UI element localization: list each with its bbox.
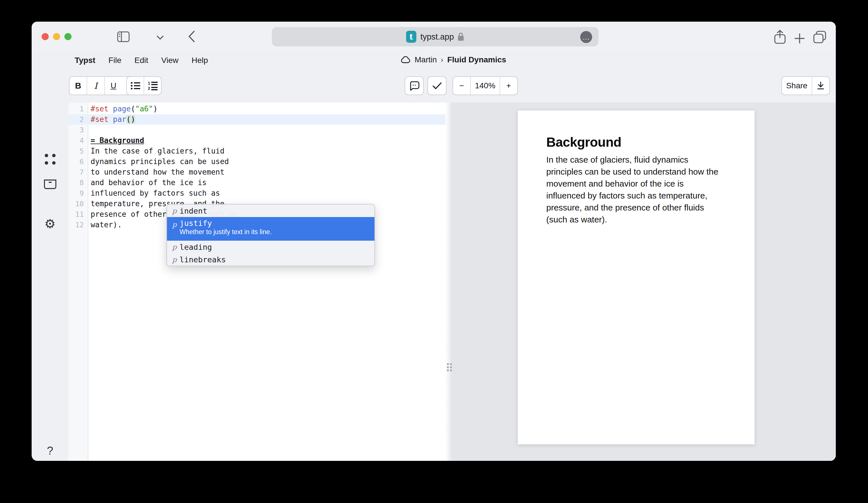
code-token [108,115,113,124]
code-line[interactable]: 4= Background [69,135,445,146]
minimize-window-button[interactable] [53,33,60,40]
fullscreen-window-button[interactable] [64,33,72,40]
code-line[interactable]: 9influenced by factors such as [69,188,445,199]
cloud-icon [400,56,411,63]
autocomplete-item[interactable]: pleading [167,241,374,253]
help-button[interactable]: ? [32,444,69,457]
app-menu-bar: Typst File Edit View Help [75,56,208,65]
autocomplete-label: linebreaks [179,255,226,264]
share-button-group: Share [781,76,830,95]
code-editor[interactable]: 1#set page("a6")2#set par()34= Backgroun… [88,103,445,461]
zoom-level-value[interactable]: 140% [471,77,500,95]
comments-button[interactable] [405,76,424,95]
breadcrumb-document-title[interactable]: Fluid Dynamics [447,55,506,64]
italic-button[interactable]: I [87,77,105,95]
breadcrumb: Martin › Fluid Dynamics [400,55,506,64]
line-number: 5 [69,146,84,156]
line-number: 6 [69,156,84,167]
back-button[interactable] [188,30,195,43]
line-number: 8 [69,177,84,188]
line-text: #set par() [84,114,135,125]
zoom-control-group: − 140% + [453,76,518,95]
drag-handle-icon [447,363,452,371]
settings-button[interactable]: ⚙ [32,218,69,230]
code-token: and behavior of the ice is [91,178,207,187]
parameter-kind-icon: p [169,220,179,229]
new-tab-icon[interactable] [794,33,805,44]
code-token: = Background [91,136,144,145]
line-number: 12 [69,220,84,230]
code-line[interactable]: 6dynamics principles can be used [69,156,445,167]
menu-file[interactable]: File [108,56,121,65]
line-text: and behavior of the ice is [84,177,207,188]
menu-view[interactable]: View [161,56,178,65]
code-line[interactable]: 3 [69,125,445,135]
code-token: ) [153,105,158,113]
autocomplete-item[interactable]: plinebreaks [167,253,374,266]
pane-resize-handle[interactable] [445,103,452,461]
preview-paragraph: In the case of glaciers, fluid dynamicsp… [546,154,726,226]
sidebar-toggle-icon[interactable] [117,31,130,42]
workspace: ⚙ ? typst 1#set page("a6")2#set par()34=… [32,103,836,461]
line-text: = Background [84,135,144,146]
chevron-down-icon[interactable] [156,35,164,40]
line-text [84,125,91,135]
zoom-out-button[interactable]: − [453,77,471,95]
parameter-kind-icon: p [169,207,179,215]
browser-window: t typst.app … [32,22,836,461]
left-sidebar-rail: ⚙ ? typst [32,91,69,461]
question-mark-icon: ? [47,444,53,457]
code-token: () [126,115,135,124]
autocomplete-label: indent [179,207,207,215]
code-line[interactable]: 5In the case of glaciers, fluid [69,146,445,156]
preview-paragraph-line: influenced by factors such as temperatur… [546,190,726,202]
code-token: par [113,115,126,124]
compile-status-button[interactable] [427,76,446,95]
code-line[interactable]: 1#set page("a6") [69,104,445,114]
line-number: 2 [69,114,84,125]
autocomplete-item-selected[interactable]: pjustifyWhether to justify text in its l… [167,217,374,241]
code-line[interactable]: 8and behavior of the ice is [69,177,445,188]
underline-button[interactable]: U [105,77,122,95]
bullet-list-button[interactable] [127,77,144,95]
address-bar[interactable]: t typst.app … [272,27,598,46]
numbered-list-icon: 1 2 [148,81,158,90]
close-window-button[interactable] [42,33,49,40]
zoom-in-button[interactable]: + [500,77,517,95]
code-token [108,105,113,113]
gear-icon: ⚙ [44,218,55,230]
checkmark-icon [432,82,442,90]
line-text: to understand how the movement [84,167,225,177]
line-text: #set page("a6") [84,104,158,114]
template-panel-icon[interactable] [32,179,69,189]
menu-edit[interactable]: Edit [134,56,148,65]
parameter-kind-icon: p [169,243,179,251]
code-line[interactable]: 2#set par() [69,114,445,125]
code-token: to understand how the movement [91,168,225,176]
screenshot-stage: t typst.app … [0,0,868,503]
code-token: In the case of glaciers, fluid [91,147,225,155]
bold-button[interactable]: B [70,77,87,95]
line-number: 9 [69,188,84,199]
autocomplete-item[interactable]: pindent [167,205,374,217]
comment-icon [409,81,420,91]
share-page-icon[interactable] [774,30,786,44]
autocomplete-popup: pindentpjustifyWhether to justify text i… [166,204,375,266]
share-button[interactable]: Share [782,77,812,95]
download-button[interactable] [812,77,829,95]
menu-typst[interactable]: Typst [75,56,95,65]
numbered-list-button[interactable]: 1 2 [144,77,161,95]
code-line[interactable]: 7to understand how the movement [69,167,445,177]
preview-paragraph-line: movement and behavior of the ice is [546,178,726,190]
line-number: 10 [69,199,84,209]
code-token: ( [131,105,135,113]
menu-help[interactable]: Help [192,56,208,65]
line-number: 11 [69,209,84,220]
tab-overview-icon[interactable] [813,31,827,44]
file-panel-icon[interactable] [32,154,69,165]
svg-text:1: 1 [148,81,150,85]
parameter-kind-icon: p [169,255,179,264]
breadcrumb-account[interactable]: Martin [415,55,437,64]
code-token: dynamics principles can be used [91,157,229,166]
page-more-button[interactable]: … [580,31,592,43]
